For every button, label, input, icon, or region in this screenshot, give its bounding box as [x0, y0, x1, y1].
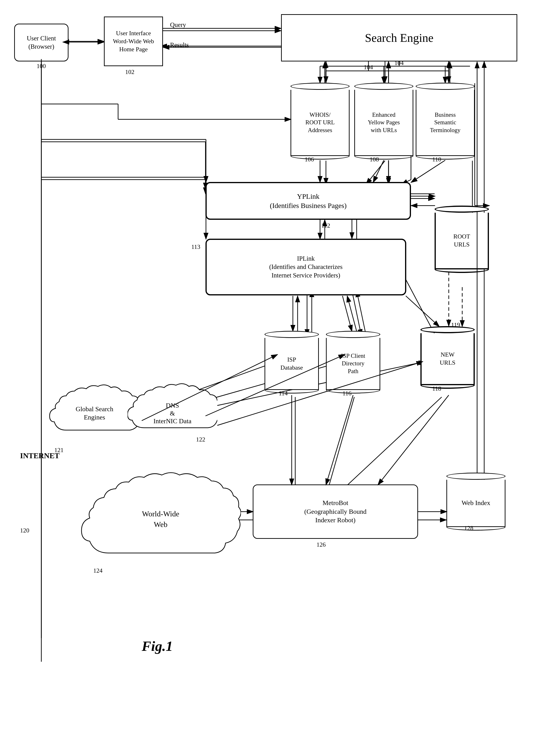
ui-homepage-box: User Interface Word-Wide Web Home Page: [104, 17, 163, 66]
ref-110: 110: [432, 156, 441, 163]
svg-line-89: [406, 296, 439, 327]
iplink-box: IPLink (Identifies and Characterizes Int…: [206, 239, 406, 295]
svg-line-70: [373, 160, 384, 182]
ref-118: 118: [432, 385, 441, 392]
ref-120: 120: [20, 527, 29, 534]
svg-text:DNS: DNS: [166, 402, 179, 409]
isp-db-cylinder: ISP Database: [265, 331, 319, 393]
ref-113: 113: [191, 243, 200, 251]
svg-line-92: [217, 362, 423, 425]
ref-104: 104: [364, 64, 373, 71]
yplink-box: YPLink (Identifies Business Pages): [206, 182, 411, 220]
www-cloud: World-Wide Web: [80, 470, 241, 565]
svg-line-31: [352, 291, 361, 336]
isp-client-cylinder: ISP Client Directory Path: [326, 331, 380, 393]
search-engine-box: Search Engine: [281, 14, 517, 61]
new-urls-cylinder: NEW URLS: [420, 326, 475, 389]
metrobot-box: MetroBot (Geographically Bound Indexer R…: [253, 484, 418, 539]
dns-cloud: DNS & InterNIC Data: [128, 378, 217, 440]
svg-line-41: [213, 362, 425, 406]
svg-text:Web: Web: [154, 520, 168, 529]
ref-114: 114: [279, 390, 288, 397]
svg-line-18: [366, 161, 385, 184]
ref-116: 116: [342, 390, 351, 397]
business-sem-cylinder: Business Semantic Terminology: [416, 83, 475, 160]
svg-line-45: [335, 397, 442, 496]
svg-line-94: [326, 395, 353, 485]
ref-100: 100: [37, 63, 46, 70]
ref-102: 102: [125, 69, 134, 76]
ref-106: 106: [305, 156, 314, 163]
svg-line-88: [347, 296, 357, 331]
svg-text:&: &: [170, 410, 175, 417]
ref-124: 124: [93, 567, 103, 574]
ref-122: 122: [196, 436, 205, 443]
svg-text:Engines: Engines: [84, 414, 105, 421]
web-index-cylinder: Web Index: [446, 473, 505, 531]
ref-126: 126: [316, 541, 326, 548]
internet-label: INTERNET: [20, 451, 60, 460]
ref-112: 112: [321, 222, 330, 229]
diagram: User Client (Browser) 100 User Interface…: [0, 0, 543, 756]
svg-line-47: [326, 397, 354, 496]
svg-line-95: [378, 395, 449, 485]
svg-text:World-Wide: World-Wide: [142, 510, 179, 518]
svg-line-74: [411, 160, 445, 182]
enhanced-yp-cylinder: Enhanced Yellow Pages with URLs: [354, 83, 413, 160]
ref-128: 128: [464, 525, 473, 532]
user-client-box: User Client (Browser): [14, 24, 69, 61]
query-label: Query: [170, 21, 186, 29]
root-urls-cylinder: ROOT URLS: [435, 206, 489, 273]
svg-line-32: [357, 291, 366, 336]
whois-cylinder: WHOIS/ ROOT URL Addresses: [290, 83, 349, 160]
svg-text:Global Search: Global Search: [76, 405, 113, 413]
ref-108: 108: [370, 156, 379, 163]
svg-text:InterNIC Data: InterNIC Data: [154, 417, 192, 425]
results-label: Results: [170, 41, 189, 49]
svg-line-87: [342, 296, 352, 331]
fig-label: Fig.1: [142, 638, 173, 654]
